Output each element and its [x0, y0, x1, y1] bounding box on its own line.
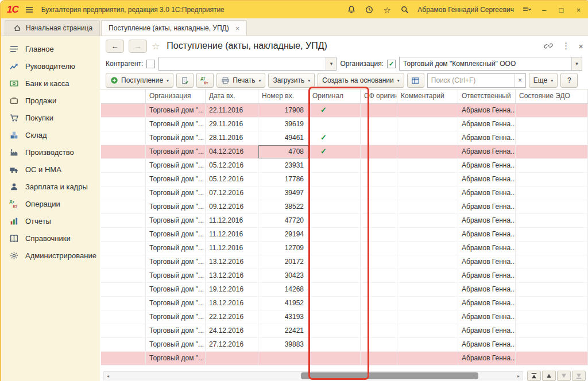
table-row[interactable]: Торговый дом "...22.12.201643193Абрамов …: [101, 310, 588, 324]
original-cell[interactable]: ✓: [309, 104, 361, 117]
favorites-star-icon[interactable]: ☆: [382, 5, 392, 15]
sf-original-cell[interactable]: [361, 131, 397, 145]
print-button[interactable]: Печать ▾: [216, 73, 265, 88]
responsible-cell[interactable]: Абрамов Генна...: [458, 269, 516, 282]
date-cell[interactable]: 22.11.2016: [206, 104, 258, 117]
sidebar-item-sklad[interactable]: Склад: [1, 126, 100, 143]
org-cell[interactable]: Торговый дом "...: [146, 269, 206, 282]
edo-state-cell[interactable]: [516, 145, 588, 158]
row-icon-cell[interactable]: [101, 131, 146, 145]
org-cell[interactable]: Торговый дом "...: [146, 104, 206, 117]
sf-original-cell[interactable]: [361, 145, 397, 158]
current-user[interactable]: Абрамов Геннадий Сергеевич: [417, 6, 514, 14]
date-cell[interactable]: 04.12.2016: [206, 145, 258, 158]
date-cell[interactable]: 11.12.2016: [206, 242, 258, 255]
number-cell[interactable]: 47720: [258, 214, 309, 227]
row-icon-cell[interactable]: [101, 104, 146, 117]
sidebar-item-operacii[interactable]: ДтКт Операции: [1, 195, 100, 212]
row-icon-cell[interactable]: [101, 310, 146, 324]
sidebar-item-os-i-nma[interactable]: ОС и НМА: [1, 161, 100, 178]
number-cell[interactable]: 23931: [258, 159, 309, 172]
number-cell[interactable]: 39497: [258, 186, 309, 200]
row-icon-cell[interactable]: [101, 228, 146, 241]
responsible-cell[interactable]: Абрамов Генна...: [458, 297, 516, 310]
page-down-button[interactable]: [557, 371, 571, 381]
comment-cell[interactable]: [397, 200, 458, 213]
more-menu-icon[interactable]: ⋮: [562, 41, 570, 51]
original-cell[interactable]: [309, 283, 361, 296]
row-icon-cell[interactable]: [101, 352, 146, 365]
show-postings-button[interactable]: ДтКт: [196, 73, 214, 88]
more-button[interactable]: Еще ▾: [529, 73, 558, 88]
date-cell[interactable]: 07.12.2016: [206, 186, 258, 200]
number-cell[interactable]: 17908: [258, 104, 309, 117]
date-cell[interactable]: 18.12.2016: [206, 297, 258, 310]
org-cell[interactable]: Торговый дом "...: [146, 186, 206, 200]
number-cell[interactable]: 30423: [258, 269, 309, 282]
sidebar-item-rukovoditelyu[interactable]: Руководителю: [1, 57, 100, 75]
row-icon-cell[interactable]: [101, 214, 146, 227]
org-cell[interactable]: Торговый дом "...: [146, 283, 206, 296]
scroll-left-icon[interactable]: ◂: [104, 374, 112, 379]
row-icon-cell[interactable]: [101, 242, 146, 255]
col-responsible[interactable]: Ответственный: [458, 90, 516, 103]
sf-original-cell[interactable]: [361, 269, 397, 282]
number-cell[interactable]: 38522: [258, 200, 309, 213]
sf-original-cell[interactable]: [361, 352, 397, 365]
comment-cell[interactable]: [397, 324, 458, 337]
tab-close-icon[interactable]: ×: [235, 24, 240, 33]
table-row[interactable]: Торговый дом "...05.12.201623931Абрамов …: [101, 159, 588, 173]
date-cell[interactable]: [206, 352, 258, 365]
comment-cell[interactable]: [397, 352, 458, 365]
table-row[interactable]: Торговый дом "...27.12.201639883Абрамов …: [101, 338, 588, 352]
sf-original-cell[interactable]: [361, 159, 397, 172]
page-up-button[interactable]: [542, 371, 556, 381]
edo-state-cell[interactable]: [516, 297, 588, 310]
edo-state-cell[interactable]: [516, 214, 588, 227]
edo-state-cell[interactable]: [516, 173, 588, 186]
col-sf-original[interactable]: СФ оригинал: [361, 90, 397, 103]
sidebar-item-zarplata-i-kadry[interactable]: Зарплата и кадры: [1, 178, 100, 195]
edo-button[interactable]: [407, 73, 424, 88]
number-cell[interactable]: 22421: [258, 324, 309, 337]
org-cell[interactable]: Торговый дом "...: [146, 145, 206, 158]
col-edo-state[interactable]: Состояние ЭДО: [516, 90, 588, 103]
table-row[interactable]: Торговый дом "...11.12.201612709Абрамов …: [101, 242, 588, 255]
sf-original-cell[interactable]: [361, 118, 397, 131]
clear-search-icon[interactable]: ×: [514, 74, 525, 87]
comment-cell[interactable]: [397, 269, 458, 282]
organization-checkbox[interactable]: ✓: [387, 60, 396, 68]
comment-cell[interactable]: [397, 297, 458, 310]
original-cell[interactable]: [309, 352, 361, 365]
col-comment[interactable]: Комментарий: [397, 90, 458, 103]
comment-cell[interactable]: [397, 255, 458, 269]
original-cell[interactable]: [309, 173, 361, 186]
original-cell[interactable]: [309, 338, 361, 351]
date-cell[interactable]: 24.12.2016: [206, 324, 258, 337]
col-date[interactable]: Дата вх.: [206, 90, 258, 103]
comment-cell[interactable]: [397, 173, 458, 186]
responsible-cell[interactable]: Абрамов Генна...: [458, 283, 516, 296]
number-cell[interactable]: 39619: [258, 118, 309, 131]
original-cell[interactable]: ✓: [309, 131, 361, 145]
sf-original-cell[interactable]: [361, 297, 397, 310]
sidebar-item-bank-i-kassa[interactable]: Банк и касса: [1, 75, 100, 92]
create-postuplenie-button[interactable]: Поступление ▾: [106, 73, 173, 88]
original-cell[interactable]: [309, 324, 361, 337]
row-icon-cell[interactable]: [101, 255, 146, 269]
organization-combo[interactable]: Торговый дом "Комплексный" ООО ▾: [399, 57, 582, 71]
original-cell[interactable]: [309, 269, 361, 282]
org-cell[interactable]: Торговый дом "...: [146, 118, 206, 131]
responsible-cell[interactable]: Абрамов Генна...: [458, 242, 516, 255]
service-menu-icon[interactable]: [521, 5, 532, 15]
date-cell[interactable]: 27.12.2016: [206, 338, 258, 351]
responsible-cell[interactable]: Абрамов Генна...: [458, 352, 516, 365]
col-organization[interactable]: Организация: [146, 90, 206, 103]
sf-original-cell[interactable]: [361, 104, 397, 117]
comment-cell[interactable]: [397, 310, 458, 324]
date-cell[interactable]: 09.12.2016: [206, 200, 258, 213]
main-menu-icon[interactable]: [24, 5, 34, 15]
responsible-cell[interactable]: Абрамов Генна...: [458, 131, 516, 145]
forward-button[interactable]: →: [129, 40, 147, 53]
row-icon-cell[interactable]: [101, 324, 146, 337]
